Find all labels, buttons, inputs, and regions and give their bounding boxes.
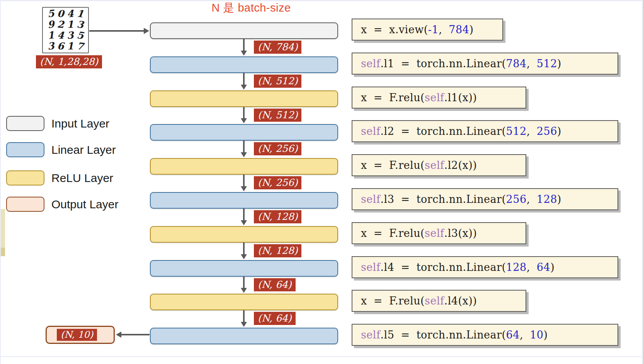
code-segment: self [361,329,380,341]
code-segment: , [439,24,449,36]
legend-label-output: Output Layer [51,198,118,211]
flow-arrow-head [241,51,247,56]
code-segment: 64 [506,329,520,341]
page-title: N 是 batch-size [135,0,367,16]
tensor-shape-badge: (N, 512) [254,75,301,88]
digit-row: 9213 [43,20,88,30]
layer-bar-relu-8 [150,294,338,310]
code-box-6: x = F.relu(self.l3(x)) [352,222,526,244]
flow-arrow-head [241,288,247,293]
handwritten-digit: 3 [67,31,74,41]
code-segment: 784 [506,58,527,70]
code-segment: self [361,58,380,70]
tensor-shape-badge: (N, 784) [254,41,301,54]
code-segment: .l4(x)) [444,295,477,307]
code-segment: ) [557,193,561,205]
code-segment: , [527,125,537,137]
code-segment: 64 [537,261,550,273]
flow-arrow-stem [243,209,245,220]
code-segment: 10 [530,329,543,341]
flow-arrow-head [241,152,247,157]
flow-arrow-stem [243,73,245,85]
tensor-shape-badge: (N, 512) [254,109,301,122]
legend-swatch-relu [6,170,44,185]
tensor-shape-badge: (N, 128) [254,244,301,257]
code-box-4: x = F.relu(self.l2(x)) [352,154,526,176]
flow-arrow-head [241,254,247,259]
code-box-8: x = F.relu(self.l4(x)) [352,290,526,312]
flow-arrow-head [241,322,247,327]
flow-arrow-stem [243,310,245,322]
flow-arrow-head [241,118,247,123]
code-segment: .l4 = torch.nn.Linear( [380,261,506,273]
handwritten-digit: 4 [57,30,64,41]
handwritten-digit: 2 [57,19,64,30]
flow-arrow-stem [243,141,245,152]
handwritten-digit: 4 [67,9,74,19]
tensor-shape-badge: (N, 256) [254,142,301,155]
flow-arrow-stem [243,175,245,186]
code-box-9: self.l5 = torch.nn.Linear(64, 10) [352,324,618,346]
layer-bar-linear-9 [150,328,338,344]
code-segment: ) [543,329,548,341]
digit-row: 5041 [43,9,88,19]
tensor-shape-badge: (N, 256) [254,176,301,189]
code-segment: .l3(x)) [444,227,477,239]
tensor-shape-badge: (N, 64) [254,278,296,291]
code-segment: , [520,329,530,341]
code-segment: 128 [506,261,527,273]
code-segment: self [425,159,444,171]
code-box-1: self.l1 = torch.nn.Linear(784, 512) [352,53,618,75]
code-segment: ) [557,125,561,137]
legend-swatch-output [6,197,44,212]
legend-swatch-input [6,116,44,131]
layer-bar-input-0 [150,22,338,39]
code-box-7: self.l4 = torch.nn.Linear(128, 64) [352,256,618,278]
code-segment: -1 [428,24,439,36]
code-segment: x = F.relu( [361,92,425,104]
input-shape-badge: (N, 1,28,28) [36,55,102,68]
code-segment: , [527,261,537,273]
code-segment: 784 [449,24,469,36]
handwritten-digit: 3 [47,41,55,52]
legend-label-relu: ReLU Layer [51,172,113,185]
layer-bar-relu-4 [150,158,338,175]
layer-bar-linear-5 [150,192,338,209]
handwritten-digit: 1 [76,9,84,19]
code-segment: 128 [537,193,557,205]
handwritten-digit: 5 [76,30,84,41]
handwritten-digit: 6 [57,41,64,51]
code-segment: 512 [506,125,527,137]
flow-arrow-head [241,186,247,191]
code-segment: .l1 = torch.nn.Linear( [380,58,506,70]
code-segment: ) [557,58,561,70]
legend-label-input: Input Layer [51,117,109,130]
handwritten-digit: 9 [47,19,55,30]
legend-label-linear: Linear Layer [51,143,116,156]
slide-canvas: N 是 batch-size 5041921314353617 (N, 1,28… [0,0,643,364]
output-arrow-head [116,332,121,338]
flow-arrow-stem [243,277,245,288]
output-arrow-stem [121,334,150,335]
layer-bar-linear-7 [150,260,338,277]
handwritten-digit: 7 [76,41,84,52]
code-segment: self [361,193,380,205]
handwritten-digit: 1 [47,30,55,41]
layer-bar-linear-1 [150,56,338,73]
handwritten-digit: 3 [76,19,84,30]
code-segment: , [527,193,537,205]
code-segment: ) [469,24,473,36]
legend-item-relu: ReLU Layer [6,170,113,185]
input-shape-badge-wrap: (N, 1,28,28) [36,55,102,68]
input-arrow-head [144,28,149,34]
layer-bar-linear-3 [150,124,338,141]
flow-arrow-head [241,85,247,90]
code-segment: , [527,58,537,70]
code-segment: self [425,227,444,239]
code-segment: self [361,125,380,137]
legend-swatch-linear [6,142,44,157]
flow-arrow-stem [243,39,245,51]
legend-item-linear: Linear Layer [6,142,116,157]
code-segment: .l3 = torch.nn.Linear( [380,193,506,205]
flow-arrow-stem [243,107,245,118]
